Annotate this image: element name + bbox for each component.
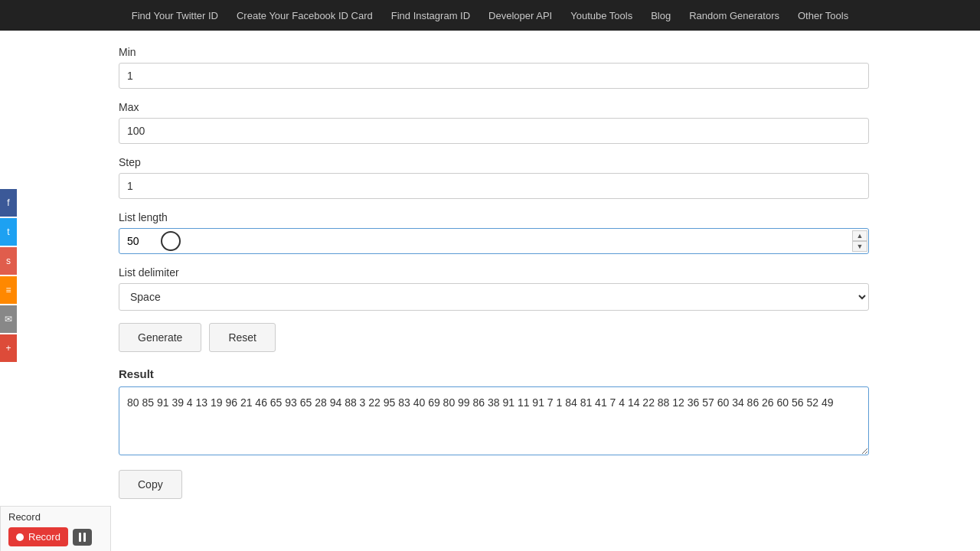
nav-instagram[interactable]: Find Instagram ID — [391, 10, 470, 21]
list-delimiter-label: List delimiter — [119, 266, 869, 279]
spinner-down-btn[interactable]: ▼ — [852, 241, 867, 252]
nav-facebook[interactable]: Create Your Facebook ID Card — [237, 10, 373, 21]
list-length-input[interactable] — [119, 228, 869, 254]
social-facebook-btn[interactable]: f — [0, 189, 17, 217]
reset-button[interactable]: Reset — [209, 323, 276, 352]
social-sidebar: f t s ≡ ✉ + — [0, 189, 17, 362]
result-textarea[interactable]: 80 85 91 39 4 13 19 96 21 46 65 93 65 28… — [119, 386, 869, 455]
list-delimiter-field-group: List delimiter Space Comma New Line Tab — [119, 266, 869, 311]
record-bar-title: Record — [8, 511, 103, 514]
social-email-btn[interactable]: ✉ — [0, 305, 17, 333]
nav-other[interactable]: Other Tools — [798, 10, 848, 21]
min-label: Min — [119, 46, 869, 58]
spinner-controls: ▲ ▼ — [852, 228, 867, 254]
result-label: Result — [119, 367, 869, 380]
social-feed-btn[interactable]: ≡ — [0, 276, 17, 304]
nav-blog[interactable]: Blog — [651, 10, 671, 21]
nav-youtube[interactable]: Youtube Tools — [570, 10, 632, 21]
result-section: Result 80 85 91 39 4 13 19 96 21 46 65 9… — [119, 367, 869, 458]
step-input[interactable] — [119, 173, 869, 199]
list-length-field-group: List length ▲ ▼ — [119, 211, 869, 254]
social-share-btn[interactable]: s — [0, 247, 17, 275]
action-buttons-row: Generate Reset — [119, 323, 869, 352]
copy-button[interactable]: Copy — [119, 470, 182, 499]
min-input[interactable] — [119, 63, 869, 89]
spinner-up-btn[interactable]: ▲ — [852, 230, 867, 241]
navbar: Find Your Twitter ID Create Your Faceboo… — [0, 0, 980, 31]
list-length-label: List length — [119, 211, 869, 223]
list-delimiter-select[interactable]: Space Comma New Line Tab — [119, 283, 869, 311]
generate-button[interactable]: Generate — [119, 323, 201, 352]
nav-twitter[interactable]: Find Your Twitter ID — [132, 10, 218, 21]
max-input[interactable] — [119, 118, 869, 144]
max-field-group: Max — [119, 101, 869, 144]
social-twitter-btn[interactable]: t — [0, 218, 17, 246]
min-field-group: Min — [119, 46, 869, 89]
step-label: Step — [119, 156, 869, 168]
record-bar: Record Record — [0, 506, 111, 514]
nav-developer[interactable]: Developer API — [488, 10, 552, 21]
step-field-group: Step — [119, 156, 869, 199]
list-length-wrapper: ▲ ▼ — [119, 228, 869, 254]
nav-random[interactable]: Random Generators — [689, 10, 779, 21]
main-content: Min Max Step List length ▲ ▼ List delimi… — [88, 31, 892, 514]
social-plus-btn[interactable]: + — [0, 334, 17, 362]
max-label: Max — [119, 101, 869, 113]
